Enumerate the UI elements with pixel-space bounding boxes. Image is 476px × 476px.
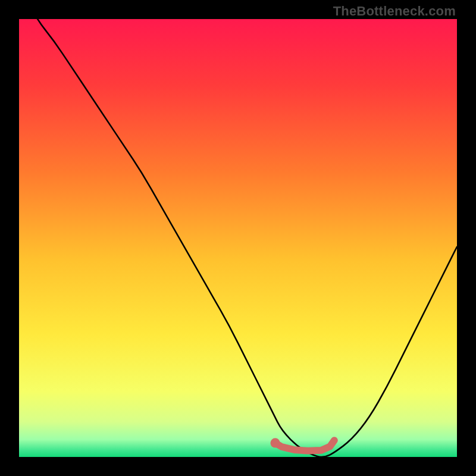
curve-layer [19,19,457,457]
plot-area [19,19,457,457]
optimal-start-dot [270,438,280,447]
watermark-text: TheBottleneck.com [333,4,456,19]
optimal-range-marker [275,440,334,451]
bottleneck-curve [19,19,457,457]
chart-frame: TheBottleneck.com [0,0,476,476]
